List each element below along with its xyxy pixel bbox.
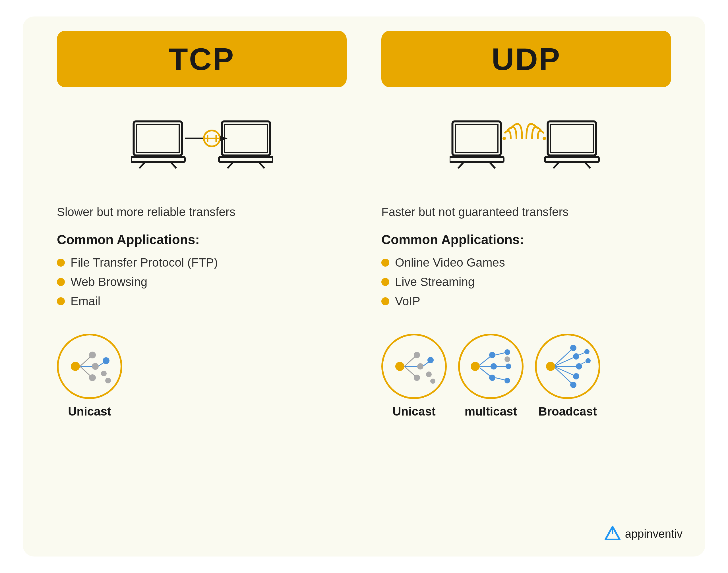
udp-broadcast-label: Broadcast [538,405,597,418]
svg-point-25 [89,374,96,381]
svg-rect-30 [452,121,501,155]
list-item: VoIP [381,295,671,308]
svg-point-69 [546,362,555,371]
svg-rect-39 [550,124,593,153]
svg-line-73 [555,367,576,376]
udp-multicast-item: multicast [458,334,524,418]
svg-line-52 [424,361,431,366]
tcp-column: TCP [40,16,364,534]
udp-column: UDP [364,16,688,534]
tcp-apps-list: File Transfer Protocol (FTP) Web Browsin… [57,256,347,314]
svg-point-61 [489,375,495,381]
svg-line-18 [259,162,264,168]
list-item: Web Browsing [57,275,347,289]
udp-broadcast-circle [535,334,600,399]
svg-rect-0 [134,121,182,155]
bullet-dot-icon [57,297,65,305]
svg-line-71 [555,356,576,366]
list-item: Live Streaming [381,275,671,289]
udp-unicast-label: Unicast [392,405,436,418]
svg-line-43 [585,162,590,168]
udp-multicast-label: multicast [465,405,517,418]
svg-line-74 [555,368,573,385]
tcp-unicast-item: Unicast [57,334,122,418]
svg-point-29 [105,378,111,383]
udp-unicast-item: Unicast [381,334,447,418]
svg-point-83 [586,358,591,363]
udp-app-2: Live Streaming [395,275,475,289]
appinventiv-icon [604,525,621,542]
tcp-description: Slower but more reliable transfers [57,204,347,220]
svg-line-17 [228,162,233,168]
udp-app-1: Online Video Games [395,256,505,269]
svg-point-79 [570,382,576,388]
svg-line-70 [555,348,573,365]
svg-rect-31 [455,124,498,153]
udp-diagram [381,110,671,190]
svg-point-24 [92,363,99,370]
bullet-dot-icon [57,278,65,286]
svg-point-54 [430,378,435,384]
bullet-dot-icon [381,297,389,305]
tcp-app-3: Email [70,295,100,308]
svg-point-50 [414,375,420,381]
tcp-common-apps-title: Common Applications: [57,232,347,247]
list-item: File Transfer Protocol (FTP) [57,256,347,269]
list-item: Email [57,295,347,308]
svg-line-5 [171,162,176,168]
bullet-dot-icon [381,259,389,267]
udp-app-3: VoIP [395,295,420,308]
udp-unicast-svg [388,341,440,392]
tcp-diagram [57,110,347,190]
svg-line-35 [489,162,495,168]
bullet-dot-icon [57,259,65,267]
svg-point-48 [414,352,420,358]
svg-point-36 [502,137,506,140]
svg-point-55 [471,362,480,371]
svg-point-28 [101,371,107,376]
tcp-title: TCP [57,41,347,77]
tcp-unicast-label: Unicast [68,405,111,418]
udp-title: UDP [381,41,671,77]
udp-common-apps-title: Common Applications: [381,232,671,247]
list-item: Online Video Games [381,256,671,269]
svg-point-81 [584,349,589,354]
udp-connection-svg [450,113,603,187]
svg-point-66 [505,364,511,369]
svg-point-19 [71,362,80,371]
svg-point-67 [504,378,510,383]
page-wrapper: TCP [23,16,705,557]
svg-point-23 [89,352,96,358]
multicast-svg [465,341,517,392]
svg-rect-13 [222,121,270,155]
tcp-network-diagrams: Unicast [57,334,347,418]
svg-point-37 [543,137,546,140]
bullet-dot-icon [381,278,389,286]
svg-line-42 [553,162,559,168]
svg-point-44 [395,362,404,371]
udp-broadcast-item: Broadcast [535,334,600,418]
tcp-header: TCP [57,31,347,87]
svg-point-59 [489,352,495,358]
appinventiv-logo-text: appinventiv [625,527,682,540]
svg-point-78 [573,373,579,379]
svg-line-34 [458,162,464,168]
tcp-app-2: Web Browsing [70,275,147,289]
svg-rect-38 [548,121,596,155]
svg-line-4 [139,162,145,168]
udp-unicast-circle [381,334,447,399]
svg-rect-14 [225,124,267,153]
udp-apps-list: Online Video Games Live Streaming VoIP [381,256,671,314]
appinventiv-logo: appinventiv [604,525,682,542]
svg-rect-1 [137,124,179,153]
svg-point-75 [570,345,576,351]
tcp-connection-svg [131,113,273,187]
svg-point-53 [426,371,432,377]
svg-point-49 [417,363,424,369]
udp-header: UDP [381,31,671,87]
tcp-unicast-circle [57,334,122,399]
tcp-app-1: File Transfer Protocol (FTP) [70,256,218,269]
udp-description: Faster but not guaranteed transfers [381,204,671,220]
svg-point-65 [504,349,510,355]
columns-container: TCP [40,16,688,534]
